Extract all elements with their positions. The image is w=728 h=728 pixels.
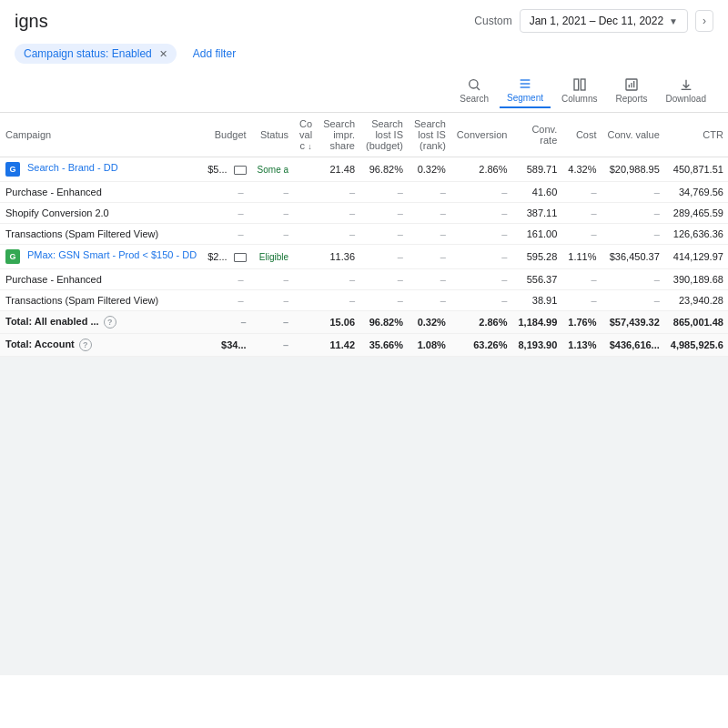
campaign-name-link[interactable]: Search - Brand - DD [27,162,118,173]
bottom-area [0,357,728,675]
td-ctr: 450,871.51 [665,157,728,182]
td-co-val [294,269,318,290]
td-cost: – [562,182,602,203]
td-search-impr-share: – [318,182,360,203]
td-search-impr-share: – [318,290,360,311]
td-conv-value: – [602,290,665,311]
nav-next-arrow[interactable]: › [695,10,713,32]
td-campaign: Purchase - Enhanced [0,269,202,290]
td-conversion: – [451,182,513,203]
td-ta-conversion: 63.26% [451,334,513,357]
td-search-impr-share: 21.48 [318,157,360,182]
svg-line-1 [477,87,480,90]
td-conv-rate: 595.28 [512,245,562,269]
td-conversion: 2.86% [451,157,513,182]
td-ta-conv-rate: 8,193.90 [512,334,562,357]
td-ta-search-impr-share: 11.42 [318,334,360,357]
search-toolbar-label: Search [460,94,489,104]
download-toolbar-label: Download [666,94,706,104]
td-conv-value: – [602,182,665,203]
td-conv-rate: 38.91 [512,290,562,311]
td-te-ctr: 865,001.48 [665,311,728,334]
td-ta-status: – [252,334,294,357]
td-te-conv-value: $57,439.32 [602,311,665,334]
td-campaign: G PMax: GSN Smart - Prod < $150 - DD [0,245,202,269]
date-range-button[interactable]: Jan 1, 2021 – Dec 11, 2022 ▼ [520,9,688,33]
col-ctr: CTR [665,113,728,157]
td-te-co-val [294,311,318,334]
col-co-val[interactable]: Covalc ↓ [294,113,318,157]
table-row: Purchase - Enhanced – – – – – – 41.60 – … [0,182,728,203]
campaigns-table-container: Campaign Budget Status Covalc ↓ Searchim… [0,113,728,357]
td-search-lost-budget: 96.82% [360,157,409,182]
td-ta-search-lost-budget: 35.66% [360,334,409,357]
table-row: Shopify Conversion 2.0 – – – – – – 387.1… [0,203,728,224]
td-te-search-lost-rank: 0.32% [409,311,451,334]
total-account-row: Total: Account ? $34... – 11.42 35.66% 1… [0,334,728,357]
segment-toolbar-button[interactable]: Segment [500,73,551,108]
td-search-lost-budget: – [360,269,409,290]
td-search-lost-budget: – [360,245,409,269]
td-conv-value: – [602,203,665,224]
td-te-status: – [252,311,294,334]
envelope-icon [234,253,247,262]
td-status: – [252,203,294,224]
td-budget: – [202,224,251,245]
columns-toolbar-button[interactable]: Columns [554,74,604,107]
chevron-down-icon: ▼ [669,16,678,26]
campaign-name: Transactions (Spam Filtered View) [5,295,158,306]
td-conversion: – [451,224,513,245]
td-status: – [252,269,294,290]
campaign-name: Purchase - Enhanced [5,274,102,285]
td-conv-value: $36,450.37 [602,245,665,269]
download-toolbar-button[interactable]: Download [659,74,713,107]
td-co-val [294,224,318,245]
td-ta-co-val [294,334,318,357]
td-conv-rate: 387.11 [512,203,562,224]
td-ctr: 34,769.56 [665,182,728,203]
td-budget: $2... [202,245,251,269]
filter-bar: Campaign status: Enabled ✕ Add filter [0,38,728,69]
td-ctr: 126,636.36 [665,224,728,245]
td-status: Some a [252,157,294,182]
td-campaign: Purchase - Enhanced [0,182,202,203]
td-conv-value: – [602,269,665,290]
td-campaign: Transactions (Spam Filtered View) [0,224,202,245]
td-campaign: G Search - Brand - DD [0,157,202,182]
td-conversion: – [451,203,513,224]
search-toolbar-button[interactable]: Search [452,74,496,107]
td-ctr: 23,940.28 [665,290,728,311]
td-campaign: Shopify Conversion 2.0 [0,203,202,224]
td-search-lost-rank: – [409,203,451,224]
reports-toolbar-label: Reports [616,94,648,104]
td-search-lost-rank: – [409,290,451,311]
campaign-status-filter[interactable]: Campaign status: Enabled ✕ [15,44,177,64]
info-icon[interactable]: ? [104,316,116,329]
search-campaign-icon: G [5,162,20,177]
td-conv-rate: 589.71 [512,157,562,182]
segment-icon [518,76,532,91]
td-conversion: – [451,269,513,290]
td-ctr: 414,129.97 [665,245,728,269]
close-icon[interactable]: ✕ [159,48,167,60]
svg-point-0 [470,80,478,88]
td-search-lost-budget: – [360,224,409,245]
info-icon[interactable]: ? [79,339,92,351]
sort-icon: ↓ [308,142,312,151]
campaign-name-link[interactable]: PMax: GSN Smart - Prod < $150 - DD [27,249,197,260]
svg-rect-6 [581,79,585,90]
td-te-conv-rate: 1,184.99 [512,311,562,334]
campaign-name: Purchase - Enhanced [5,187,102,197]
td-cost: – [562,203,602,224]
reports-toolbar-button[interactable]: Reports [609,74,655,107]
td-te-budget: – [202,311,251,334]
td-conv-rate: 41.60 [512,182,562,203]
td-status: – [252,224,294,245]
top-bar: igns Custom Jan 1, 2021 – Dec 11, 2022 ▼… [0,0,728,38]
td-campaign: Transactions (Spam Filtered View) [0,290,202,311]
add-filter-button[interactable]: Add filter [187,44,241,64]
td-status: Eligible [252,245,294,269]
td-co-val [294,245,318,269]
td-total-account-label: Total: Account ? [0,334,202,357]
td-search-impr-share: – [318,269,360,290]
